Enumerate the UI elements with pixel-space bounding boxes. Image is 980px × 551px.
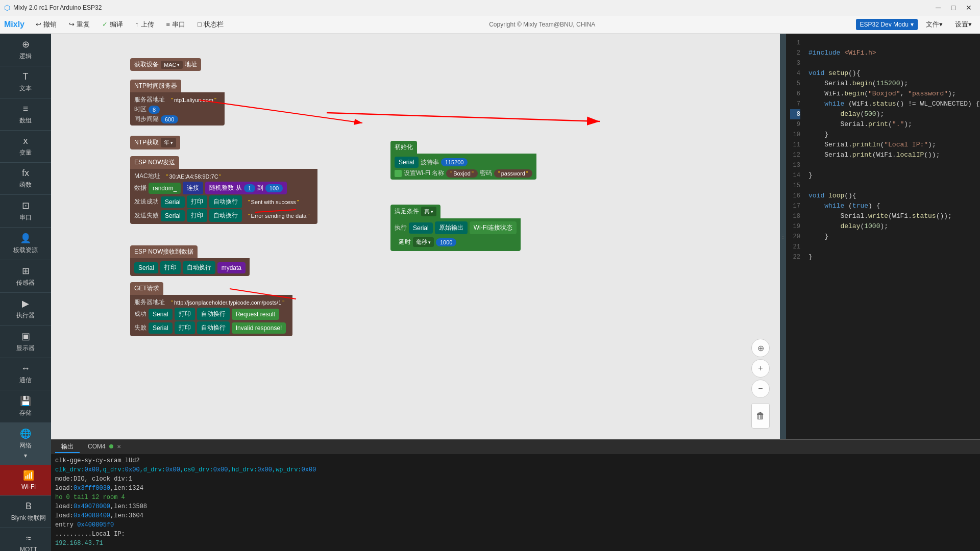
sidebar-item-network[interactable]: 🌐 网络 ▾ (0, 423, 51, 465)
get-fail-auto[interactable]: 自动换行 (197, 321, 230, 334)
recv-serial[interactable]: Serial (134, 262, 158, 273)
get-success-serial[interactable]: Serial (149, 309, 173, 320)
espnow-random-block[interactable]: random_ (149, 183, 181, 194)
block-canvas[interactable]: 获取设备 MAC 地址 NTP时间服务器 服务器地址 ntp1.aliyun.c… (51, 34, 780, 439)
loop-delay-unit[interactable]: 毫秒 (413, 237, 434, 247)
loop-header[interactable]: 满足条件 真 (390, 205, 440, 218)
esp-select-button[interactable]: ESP32 Dev Modu ▾ (856, 19, 918, 30)
get-success-text[interactable]: Request result (232, 309, 279, 320)
init-password[interactable]: password (494, 169, 532, 178)
sidebar-item-actuator[interactable]: ▶ 执行器 (0, 293, 51, 325)
mac-block[interactable]: 获取设备 MAC 地址 (130, 58, 201, 71)
recv-data[interactable]: mydata (217, 262, 246, 273)
recv-print[interactable]: 打印 (160, 261, 181, 274)
code-line-13 (808, 160, 979, 170)
ntp-get-type[interactable]: 年 (161, 138, 176, 147)
serial-button[interactable]: ≡串口 (161, 18, 191, 31)
sidebar-item-serial[interactable]: ⊡ 串口 (0, 195, 51, 228)
sidebar-item-array[interactable]: ≡ 数组 (0, 98, 51, 131)
get-success-print[interactable]: 打印 (175, 308, 195, 320)
espnow-fail-text[interactable]: Error sending the data (244, 212, 314, 220)
espnow-fail-auto[interactable]: 自动换行 (209, 209, 242, 222)
statusbar-button[interactable]: □状态栏 (192, 18, 229, 31)
ntp-get[interactable]: NTP获取 年 (130, 136, 180, 149)
espnow-send-body: MAC地址 30:AE:A4:58:9D:7C 数据 random_ 连接 (130, 169, 317, 224)
espnow-data-row: 数据 random_ 连接 随机整数 从 1 到 100 (134, 182, 313, 194)
minimize-button[interactable]: ─ (931, 2, 945, 13)
loop-serial[interactable]: Serial (409, 222, 433, 234)
loop-wifi-status[interactable]: Wi-Fi连接状态 (470, 221, 517, 234)
resize-handle[interactable]: ⋮ (780, 34, 786, 439)
random-from-val[interactable]: 1 (244, 184, 255, 192)
init-baud[interactable]: 115200 (441, 158, 468, 166)
espnow-fail-serial[interactable]: Serial (161, 210, 185, 221)
init-ssid[interactable]: Boxjod (446, 169, 477, 178)
ntp-server-value[interactable]: ntp1.aliyun.com (167, 96, 220, 104)
sidebar-item-variable[interactable]: x 变量 (0, 131, 51, 163)
copyright-text: Copyright © Mixly Team@BNU, CHINA (231, 21, 854, 28)
espnow-success-print[interactable]: 打印 (187, 195, 207, 208)
editor-row: 获取设备 MAC 地址 NTP时间服务器 服务器地址 ntp1.aliyun.c… (51, 34, 980, 439)
app-title: Mixly 2.0 rc1 For Arduino ESP32 (13, 4, 931, 11)
get-fail-text[interactable]: Invalid response! (232, 322, 286, 334)
loop-delay-val[interactable]: 1000 (436, 238, 456, 246)
espnow-send-header[interactable]: ESP NOW发送 (130, 156, 179, 169)
display-icon: ▣ (21, 331, 30, 342)
wifi-indicator (395, 170, 402, 177)
sidebar-item-text[interactable]: T 文本 (0, 66, 51, 98)
ntp-timezone-value[interactable]: 8 (149, 106, 160, 114)
espnow-success-auto[interactable]: 自动换行 (209, 195, 242, 208)
sidebar-item-storage[interactable]: 💾 存储 (0, 390, 51, 423)
init-header[interactable]: 初始化 (390, 141, 417, 154)
espnow-success-text[interactable]: Sent with success (244, 198, 303, 206)
loop-condition[interactable]: 真 (421, 207, 436, 216)
undo-button[interactable]: ↩撤销 (31, 18, 62, 31)
sidebar-item-display[interactable]: ▣ 显示器 (0, 325, 51, 358)
loop-delay-block[interactable]: 延时 毫秒 1000 (395, 235, 460, 249)
loop-output[interactable]: 原始输出 (435, 221, 468, 234)
redo-button[interactable]: ↪重复 (64, 18, 95, 31)
output-tab-output[interactable]: 输出 (55, 441, 80, 453)
sidebar-item-mqtt[interactable]: ≈ MQTT (0, 528, 51, 551)
get-fail-print[interactable]: 打印 (175, 321, 195, 334)
code-line-3 (808, 58, 979, 68)
espnow-fail-print[interactable]: 打印 (187, 209, 207, 222)
recv-auto[interactable]: 自动换行 (183, 261, 215, 274)
get-success-auto[interactable]: 自动换行 (197, 308, 230, 320)
file-menu-button[interactable]: 文件▾ (922, 18, 947, 31)
output-tab-com4[interactable]: COM4 ✕ (82, 442, 127, 452)
espnow-success-serial[interactable]: Serial (161, 196, 185, 208)
espnow-mac-value[interactable]: 30:AE:A4:58:9D:7C (162, 172, 226, 181)
compile-button[interactable]: ✓编译 (97, 18, 128, 31)
get-server-value[interactable]: http://jsonplaceholder.typicode.com/post… (167, 298, 288, 307)
espnow-recv-header[interactable]: ESP NOW接收到数据 (130, 245, 198, 258)
trash-button[interactable]: 🗑 (751, 403, 770, 429)
mac-dropdown[interactable]: MAC (161, 61, 183, 69)
get-fail-serial[interactable]: Serial (149, 322, 173, 334)
zoom-in-button[interactable]: + (751, 359, 770, 378)
zoom-out-button[interactable]: − (751, 380, 770, 398)
espnow-connect-block[interactable]: 连接 (183, 182, 203, 194)
reset-view-button[interactable]: ⊕ (751, 339, 770, 357)
get-header[interactable]: GET请求 (130, 282, 163, 295)
output-line-9: 192.168.43.71 (55, 539, 976, 548)
settings-menu-button[interactable]: 设置▾ (951, 18, 976, 31)
sidebar-item-logic[interactable]: ⊕ 逻辑 (0, 34, 51, 66)
init-serial[interactable]: Serial (395, 157, 419, 168)
sidebar-item-comm[interactable]: ↔ 通信 (0, 358, 51, 390)
tab-close-icon[interactable]: ✕ (117, 444, 121, 449)
sidebar-item-wifi[interactable]: 📶 Wi-Fi (0, 465, 51, 496)
sidebar-item-sensor[interactable]: ⊞ 传感器 (0, 260, 51, 293)
close-button[interactable]: ✕ (962, 2, 976, 13)
upload-button[interactable]: ↑上传 (130, 18, 159, 31)
ntp-header[interactable]: NTP时间服务器 (130, 80, 181, 92)
sidebar-item-function[interactable]: fx 函数 (0, 163, 51, 195)
ntp-interval-value[interactable]: 600 (161, 115, 178, 123)
maximize-button[interactable]: □ (946, 2, 961, 13)
expand-icon: ▾ (24, 452, 27, 459)
sidebar-item-blynk[interactable]: B Blynk 物联网 (0, 496, 51, 528)
sidebar-item-board[interactable]: 👤 板载资源 (0, 228, 51, 260)
random-to-val[interactable]: 100 (265, 184, 283, 192)
espnow-recv-body: Serial 打印 自动换行 mydata (130, 258, 250, 276)
espnow-random-range[interactable]: 随机整数 从 1 到 100 (205, 182, 287, 194)
